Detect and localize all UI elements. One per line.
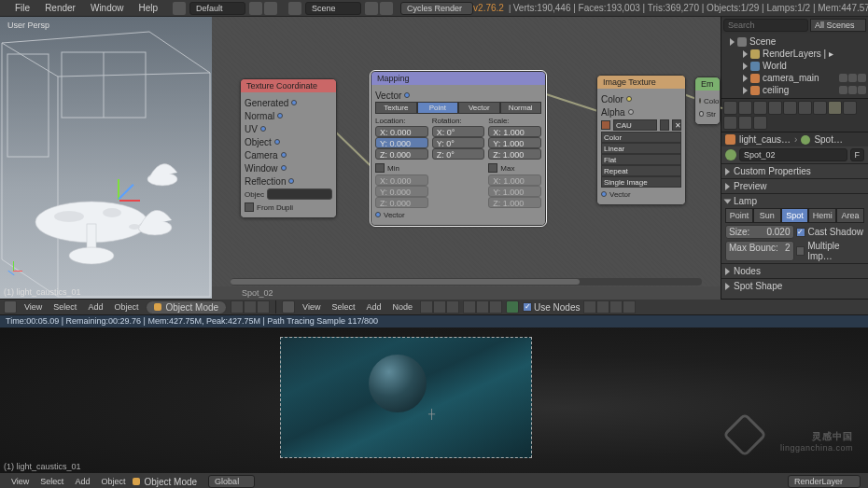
tab-object-icon[interactable] (783, 101, 797, 115)
world-shader-icon[interactable] (476, 300, 489, 314)
lamp-spot[interactable]: Spot (781, 208, 809, 223)
backdrop-icon[interactable] (583, 300, 596, 314)
tab-constraints-icon[interactable] (798, 101, 812, 115)
ne-menu-view[interactable]: View (299, 302, 324, 312)
max-z[interactable]: Z: 1.000 (488, 197, 541, 208)
tex-tree-icon[interactable] (446, 300, 459, 314)
node-emission[interactable]: Em Colo Str (694, 77, 721, 125)
min-y[interactable]: Y: 0.000 (375, 186, 428, 197)
breadcrumb-lamp[interactable]: Spot… (814, 134, 843, 145)
node-image-texture[interactable]: Image Texture Color Alpha CAU✕ Color Lin… (596, 75, 686, 205)
loc-y[interactable]: Y: 0.000 (375, 137, 428, 148)
tab-render-icon[interactable] (723, 101, 737, 115)
scl-x[interactable]: X: 1.000 (488, 126, 541, 137)
section-custom-properties[interactable]: Custom Properties (725, 166, 864, 176)
copy-icon[interactable] (609, 300, 623, 314)
image-name[interactable]: CAU (613, 119, 657, 131)
outliner-item[interactable]: ceiling (723, 84, 866, 96)
socket-camera[interactable]: Camera (245, 150, 278, 160)
snap-icon[interactable] (596, 300, 609, 314)
scl-y[interactable]: Y: 1.000 (488, 137, 541, 148)
multiple-importance[interactable]: Multiple Imp… (796, 241, 865, 261)
menu-select[interactable]: Select (49, 302, 80, 312)
pin-tree-icon[interactable] (506, 300, 519, 314)
outliner-search[interactable] (723, 19, 808, 32)
min-check[interactable] (375, 163, 385, 173)
layout-add-icon[interactable] (249, 2, 262, 15)
orientation[interactable]: Global (208, 475, 255, 488)
ne-menu-node[interactable]: Node (389, 302, 417, 312)
3d-viewport[interactable]: User Persp (1) light_caustics_01 (0, 17, 212, 299)
rot-y[interactable]: Y: 0° (432, 137, 485, 148)
max-y[interactable]: Y: 1.000 (488, 186, 541, 197)
tab-material-icon[interactable] (843, 101, 857, 115)
section-lamp[interactable]: Lamp (725, 196, 864, 206)
tab-modifiers-icon[interactable] (813, 101, 827, 115)
outliner-item[interactable]: camera_main (723, 72, 866, 84)
layout-name[interactable]: Default (189, 2, 245, 15)
layout-del-icon[interactable] (264, 2, 277, 15)
mode-dropdown[interactable]: Object Mode (146, 300, 227, 314)
interpolation[interactable]: Linear (601, 143, 681, 154)
paste-icon[interactable] (623, 300, 636, 314)
loc-x[interactable]: X: 0.000 (375, 126, 428, 137)
image-users[interactable] (660, 119, 669, 131)
shading-icon[interactable] (231, 300, 244, 314)
image-icon[interactable] (601, 120, 610, 130)
tab-layers-icon[interactable] (738, 101, 752, 115)
socket-object[interactable]: Object (245, 137, 272, 147)
scene-browse-icon[interactable] (288, 2, 301, 15)
editor-type-icon[interactable] (4, 300, 17, 314)
tab-vector[interactable]: Vector (458, 102, 500, 114)
outliner[interactable]: SceneRenderLayers | ▸Worldcamera_maincei… (721, 34, 868, 99)
tab-particles-icon[interactable] (738, 116, 752, 130)
menu-window[interactable]: Window (83, 3, 132, 13)
socket-generated[interactable]: Generated (245, 98, 288, 108)
lamp-size[interactable]: Size:0.020 (725, 225, 794, 239)
socket-uv[interactable]: UV (245, 124, 258, 134)
object-field[interactable] (267, 188, 332, 200)
menu-view[interactable]: View (21, 302, 46, 312)
socket-color-out[interactable]: Color (601, 94, 623, 105)
image-source[interactable]: Single Image (601, 176, 681, 188)
comp-tree-icon[interactable] (433, 300, 446, 314)
menu-object[interactable]: Object (97, 477, 129, 486)
cast-shadow[interactable]: Cast Shadow (796, 225, 865, 239)
outliner-item[interactable]: RenderLayers | ▸ (723, 48, 866, 60)
lamp-icon[interactable] (725, 149, 736, 160)
lamp-point[interactable]: Point (725, 208, 753, 223)
tab-physics-icon[interactable] (753, 116, 767, 130)
scene-del-icon[interactable] (380, 2, 393, 15)
menu-help[interactable]: Help (132, 3, 166, 13)
tab-point[interactable]: Point (417, 102, 459, 114)
menu-file[interactable]: File (7, 3, 37, 13)
socket-vector-out[interactable]: Vector (375, 91, 401, 101)
tab-texture[interactable]: Texture (375, 102, 417, 114)
tab-normal[interactable]: Normal (500, 102, 542, 114)
max-bounces[interactable]: Max Bounc:2 (725, 241, 794, 261)
outliner-item[interactable]: Scene (723, 35, 866, 48)
object-shader-icon[interactable] (463, 300, 476, 314)
outliner-scope[interactable]: All Scenes (810, 19, 866, 32)
projection[interactable]: Flat (601, 154, 681, 165)
node-texture-coordinate[interactable]: Texture Coordinate Generated Normal UV O… (240, 78, 337, 218)
section-preview[interactable]: Preview (725, 181, 864, 191)
min-x[interactable]: X: 0.000 (375, 174, 428, 186)
shader-tree-icon[interactable] (420, 300, 433, 314)
layers-icon[interactable] (257, 300, 270, 314)
tab-scene-icon[interactable] (753, 101, 767, 115)
menu-select[interactable]: Select (36, 477, 67, 486)
socket-reflection[interactable]: Reflection (245, 176, 286, 187)
manipulator-gizmo[interactable] (103, 183, 140, 220)
scene-add-icon[interactable] (365, 2, 378, 15)
max-check[interactable] (488, 163, 497, 173)
socket-window[interactable]: Window (245, 163, 278, 174)
mode-dropdown[interactable]: Object Mode (133, 477, 197, 487)
tab-data-icon[interactable] (828, 101, 842, 115)
from-dupli-check[interactable] (245, 202, 254, 212)
section-nodes[interactable]: Nodes (725, 266, 864, 276)
node-editor-scrollbar[interactable] (231, 278, 702, 286)
rot-x[interactable]: X: 0° (432, 126, 485, 137)
ne-menu-select[interactable]: Select (328, 302, 358, 312)
pivot-icon[interactable] (244, 300, 257, 314)
